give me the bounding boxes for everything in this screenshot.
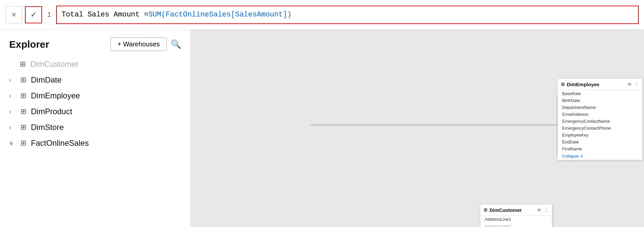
dim-customer-header-left: ⊞ DimCustomer bbox=[484, 207, 522, 213]
chevron-dimstore: › bbox=[9, 124, 16, 131]
chevron-dimemployee: › bbox=[9, 92, 16, 99]
collapse-label: Collapse bbox=[562, 154, 579, 159]
formula-input[interactable]: Total Sales Amount = SUM(FactOnlineSales… bbox=[56, 6, 639, 24]
search-button[interactable]: 🔍 bbox=[171, 39, 181, 49]
dim-employee-more-icon[interactable]: ⋮ bbox=[634, 81, 639, 87]
sidebar-title: Explorer bbox=[9, 39, 49, 50]
sidebar-item-label-dimcustomer: DimCustomer bbox=[30, 60, 79, 69]
field-employeekey: EmployeeKey bbox=[558, 132, 642, 139]
sidebar-tree: ⊞ DimCustomer › ⊞ DimDate › ⊞ DimEmploye… bbox=[0, 56, 190, 227]
collapse-button[interactable]: Collapse ∧ bbox=[558, 152, 642, 160]
table-icon-dimemployee: ⊞ bbox=[20, 91, 26, 100]
sidebar-item-dimstore[interactable]: › ⊞ DimStore bbox=[0, 119, 190, 135]
sidebar-item-label-dimstore: DimStore bbox=[31, 123, 64, 132]
dim-employee-table-icon: ⊞ bbox=[561, 82, 565, 87]
table-icon-dimstore: ⊞ bbox=[20, 123, 26, 132]
dim-customer-card: ⊞ DimCustomer 👁 ⋮ AddressLine1 AddressLi… bbox=[480, 204, 552, 227]
line-number: 1 bbox=[45, 11, 54, 18]
check-icon: ✓ bbox=[31, 11, 36, 19]
sidebar-actions: + Warehouses 🔍 bbox=[110, 38, 181, 51]
field-birthdate: BirthDate bbox=[558, 97, 642, 104]
sidebar-header: Explorer + Warehouses 🔍 bbox=[0, 30, 190, 56]
dim-customer-eye-icon[interactable]: 👁 bbox=[537, 207, 542, 213]
sidebar-item-dimproduct[interactable]: › ⊞ DimProduct bbox=[0, 104, 190, 119]
sidebar-item-factonlinesales[interactable]: ∨ ⊞ FactOnlineSales bbox=[0, 135, 190, 151]
formula-bar: × ✓ 1 Total Sales Amount = SUM(FactOnlin… bbox=[0, 0, 644, 30]
sidebar-item-dimemployee[interactable]: › ⊞ DimEmployee bbox=[0, 88, 190, 104]
dim-customer-table-icon: ⊞ bbox=[484, 207, 488, 213]
dim-employee-header-actions[interactable]: 👁 ⋮ bbox=[627, 81, 639, 87]
field-firstname: FirstName bbox=[558, 145, 642, 152]
field-enddate: EndDate bbox=[558, 139, 642, 145]
sidebar-item-label-dimproduct: DimProduct bbox=[31, 107, 72, 116]
dim-customer-title: DimCustomer bbox=[489, 207, 522, 213]
sidebar-item-dimdate[interactable]: › ⊞ DimDate bbox=[0, 72, 190, 88]
dim-employee-eye-icon[interactable]: 👁 bbox=[627, 82, 632, 87]
table-icon-dimproduct: ⊞ bbox=[20, 107, 26, 116]
table-icon-dimdate: ⊞ bbox=[20, 76, 26, 84]
dim-employee-header-left: ⊞ DimEmployee bbox=[561, 82, 599, 87]
table-icon-factonlinesales: ⊞ bbox=[20, 139, 26, 147]
add-warehouses-label: + Warehouses bbox=[117, 40, 160, 48]
field-emergencycontactphone: EmergencyContactPhone bbox=[558, 125, 642, 132]
formula-static-text: Total Sales Amount = bbox=[61, 11, 148, 19]
confirm-button[interactable]: ✓ bbox=[25, 6, 42, 23]
dim-employee-card: ⊞ DimEmployee 👁 ⋮ BaseRate BirthDate Dep… bbox=[557, 78, 643, 160]
search-icon: 🔍 bbox=[171, 39, 181, 49]
sidebar-item-dimcustomer[interactable]: ⊞ DimCustomer bbox=[0, 56, 190, 72]
collapse-icon: ∧ bbox=[580, 154, 584, 159]
main-area: Explorer + Warehouses 🔍 ⊞ DimCustomer › … bbox=[0, 30, 644, 227]
field-addressline1: AddressLine1 bbox=[480, 216, 552, 223]
add-warehouses-button[interactable]: + Warehouses bbox=[110, 38, 167, 51]
field-departmentname: DepartmentName bbox=[558, 104, 642, 111]
formula-function-text: SUM(FactOnlineSales[SalesAmount]) bbox=[148, 11, 292, 19]
canvas-area[interactable]: ⊞ DimEmployee 👁 ⋮ BaseRate BirthDate Dep… bbox=[191, 30, 644, 227]
chevron-dimproduct: › bbox=[9, 108, 16, 115]
chevron-dimdate: › bbox=[9, 77, 16, 84]
chevron-factonlinesales: ∨ bbox=[9, 139, 16, 147]
sidebar: Explorer + Warehouses 🔍 ⊞ DimCustomer › … bbox=[0, 30, 191, 227]
field-emergencycontactname: EmergencyContactName bbox=[558, 118, 642, 125]
sidebar-item-label-factonlinesales: FactOnlineSales bbox=[31, 139, 89, 148]
table-icon-dimcustomer: ⊞ bbox=[20, 60, 26, 68]
dim-customer-card-header: ⊞ DimCustomer 👁 ⋮ bbox=[480, 204, 552, 216]
dim-customer-more-icon[interactable]: ⋮ bbox=[544, 207, 549, 213]
sidebar-item-label-dimdate: DimDate bbox=[31, 75, 61, 85]
field-addressline2: AddressLine2 bbox=[480, 223, 552, 227]
dim-employee-title: DimEmployee bbox=[567, 82, 599, 87]
cancel-icon: × bbox=[11, 10, 16, 20]
field-baserate: BaseRate bbox=[558, 90, 642, 97]
cancel-button[interactable]: × bbox=[5, 6, 22, 23]
sidebar-item-label-dimemployee: DimEmployee bbox=[31, 91, 80, 100]
dim-customer-header-actions[interactable]: 👁 ⋮ bbox=[537, 207, 549, 213]
dim-employee-card-header: ⊞ DimEmployee 👁 ⋮ bbox=[558, 79, 642, 90]
field-emailaddress: EmailAddress bbox=[558, 111, 642, 118]
